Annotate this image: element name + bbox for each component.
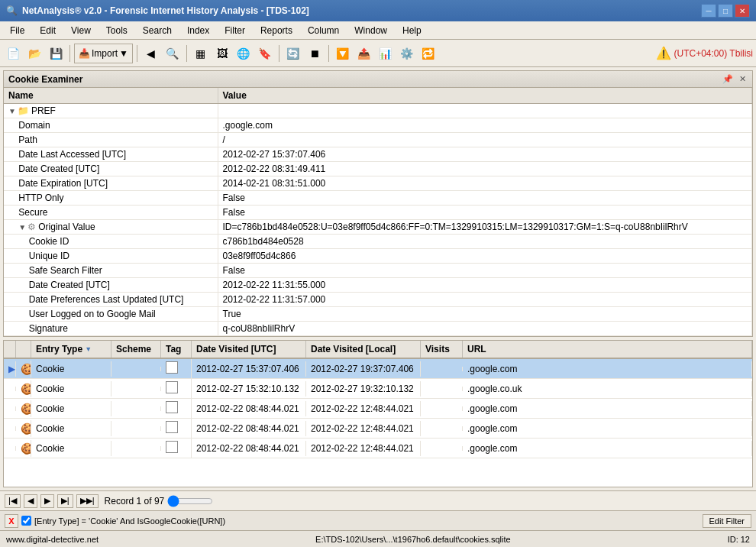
menu-bar: File Edit View Tools Search Index Filter…	[0, 21, 756, 40]
row-date-utc: 2012-02-22 08:48:44.021	[192, 441, 306, 456]
minimize-button[interactable]: ─	[701, 4, 716, 18]
back-button[interactable]: ◀	[141, 44, 161, 63]
cookie-table-row[interactable]: ▼📁PREF	[4, 104, 752, 118]
app-icon: 🔍	[6, 5, 18, 16]
website-label: www.digital-detective.net	[6, 535, 99, 544]
menu-window[interactable]: Window	[347, 23, 394, 38]
nav-prev-button[interactable]: ◀	[24, 494, 37, 508]
row-scheme	[111, 426, 161, 431]
menu-file[interactable]: File	[3, 23, 31, 38]
cookie-table-row[interactable]: Path/	[4, 133, 752, 147]
row-date-local: 2012-02-27 19:37:07.406	[306, 361, 421, 377]
separator-2	[137, 45, 137, 62]
menu-filter[interactable]: Filter	[218, 23, 252, 38]
cookie-row-name: HTTP Only	[4, 191, 218, 206]
settings-button[interactable]: ⚙️	[397, 44, 417, 63]
cookie-examiner-title: Cookie Examiner	[8, 74, 82, 85]
filter-button[interactable]: 🔽	[333, 44, 353, 63]
table-row[interactable]: ▶ 🍪 Cookie 2012-02-27 15:37:07.406 2012-…	[4, 359, 752, 379]
nav-bar: |◀ ◀ ▶ ▶| ▶▶| Record 1 of 97	[0, 490, 756, 510]
cookie-table-row[interactable]: Safe Search FilterFalse	[4, 264, 752, 278]
cookie-row-name: Date Preferences Last Updated [UTC]	[4, 293, 218, 307]
reload-button[interactable]: 🔁	[418, 44, 438, 63]
cookie-row-name: Domain	[4, 118, 218, 133]
grid-button[interactable]: ▦	[191, 44, 211, 63]
open-button[interactable]: 📂	[24, 44, 44, 63]
menu-index[interactable]: Index	[180, 23, 216, 38]
data-grid: Entry Type ▼ Scheme Tag Date Visited [UT…	[3, 340, 753, 487]
clear-filter-button[interactable]: X	[5, 514, 18, 528]
globe-button[interactable]: 🌐	[234, 44, 254, 63]
grid-body: ▶ 🍪 Cookie 2012-02-27 15:37:07.406 2012-…	[4, 359, 752, 487]
menu-edit[interactable]: Edit	[33, 23, 63, 38]
cookie-table-row[interactable]: Cookie IDc786b1bd484e0528	[4, 235, 752, 249]
record-indicator: Record 1 of 97	[105, 496, 165, 507]
cookie-table-row[interactable]: Domain.google.com	[4, 118, 752, 133]
table-row[interactable]: 🍪 Cookie 2012-02-22 08:48:44.021 2012-02…	[4, 399, 752, 419]
cookie-table-row[interactable]: Date Last Accessed [UTC]2012-02-27 15:37…	[4, 147, 752, 162]
row-arrow	[4, 446, 16, 451]
cookie-table-row[interactable]: ▼⚙Original ValueID=c786b1bd484e0528:U=03…	[4, 220, 752, 235]
table-row[interactable]: 🍪 Cookie 2012-02-27 15:32:10.132 2012-02…	[4, 379, 752, 399]
refresh-button[interactable]: 🔄	[283, 44, 303, 63]
tag-checkbox[interactable]	[166, 441, 178, 453]
cookie-table-row[interactable]: SecureFalse	[4, 206, 752, 220]
row-scheme	[111, 446, 161, 451]
table-row[interactable]: 🍪 Cookie 2012-02-22 08:48:44.021 2012-02…	[4, 439, 752, 458]
date-utc-label: Date Visited [UTC]	[196, 344, 276, 354]
nav-first-button[interactable]: |◀	[5, 494, 21, 508]
expand-icon: ▼	[8, 107, 16, 115]
close-button[interactable]: ✕	[735, 4, 750, 18]
tag-checkbox[interactable]	[166, 361, 178, 374]
row-scheme	[111, 367, 161, 371]
image-button[interactable]: 🖼	[212, 44, 232, 63]
tag-checkbox[interactable]	[166, 421, 178, 433]
nav-last-button[interactable]: ▶|	[57, 494, 73, 508]
cookie-table-row[interactable]: Signatureq-coU88nbIilRhrV	[4, 322, 752, 336]
cookie-table-row[interactable]: User Logged on to Google MailTrue	[4, 307, 752, 322]
export2-button[interactable]: 📊	[376, 44, 396, 63]
table-row[interactable]: 🍪 Cookie 2012-02-22 08:48:44.021 2012-02…	[4, 419, 752, 439]
cookie-table-row[interactable]: Date Preferences Last Updated [UTC]2012-…	[4, 293, 752, 307]
row-arrow	[4, 387, 16, 391]
import-dropdown-icon: ▼	[119, 48, 128, 59]
cookie-table-row[interactable]: Unique ID03e8f9ff05d4c866	[4, 249, 752, 264]
cookie-row-name: Date Last Accessed [UTC]	[4, 147, 218, 162]
cookie-table-row[interactable]: Date Expiration [UTC]2014-02-21 08:31:51…	[4, 176, 752, 191]
maximize-button[interactable]: □	[718, 4, 733, 18]
export-button[interactable]: 📤	[354, 44, 374, 63]
new-button[interactable]: 📄	[3, 44, 23, 63]
row-tag	[161, 399, 192, 418]
menu-tools[interactable]: Tools	[99, 23, 134, 38]
menu-column[interactable]: Column	[301, 23, 346, 38]
stop-button[interactable]: ⏹	[305, 44, 325, 63]
nav-scrollbar[interactable]	[167, 496, 213, 507]
save-button[interactable]: 💾	[46, 44, 66, 63]
edit-filter-button[interactable]: Edit Filter	[703, 514, 751, 528]
cookie-table-row[interactable]: Date Created [UTC]2012-02-22 11:31:55.00…	[4, 278, 752, 293]
status-bar: www.digital-detective.net E:\TDS-102\Use…	[0, 530, 756, 547]
cookie-row-value: 2012-02-27 15:37:07.406	[218, 147, 752, 162]
tag-checkbox[interactable]	[166, 381, 178, 393]
date-local-label: Date Visited [Local]	[311, 344, 396, 354]
row-scheme	[111, 406, 161, 411]
import-button[interactable]: 📥 Import ▼	[74, 44, 133, 63]
nav-add-button[interactable]: ▶▶|	[76, 494, 99, 508]
folder-icon: 📁	[18, 105, 29, 116]
menu-help[interactable]: Help	[396, 23, 428, 38]
forward-button[interactable]: 🔍	[163, 44, 183, 63]
row-icon: 🍪	[16, 440, 31, 457]
bookmark-button[interactable]: 🔖	[255, 44, 275, 63]
menu-reports[interactable]: Reports	[254, 23, 299, 38]
close-panel-button[interactable]: ✕	[738, 74, 748, 84]
cookie-table-row[interactable]: HTTP OnlyFalse	[4, 191, 752, 206]
menu-view[interactable]: View	[64, 23, 98, 38]
menu-search[interactable]: Search	[136, 23, 179, 38]
filter-checkbox[interactable]	[21, 516, 31, 526]
cookie-row-name: User Logged on to Google Mail	[4, 307, 218, 322]
pin-button[interactable]: 📌	[721, 74, 735, 84]
nav-next-button[interactable]: ▶	[40, 494, 54, 508]
path-label: E:\TDS-102\Users\...\t1967ho6.default\co…	[315, 535, 511, 544]
cookie-table-row[interactable]: Date Created [UTC]2012-02-22 08:31:49.41…	[4, 162, 752, 176]
tag-checkbox[interactable]	[166, 401, 178, 413]
